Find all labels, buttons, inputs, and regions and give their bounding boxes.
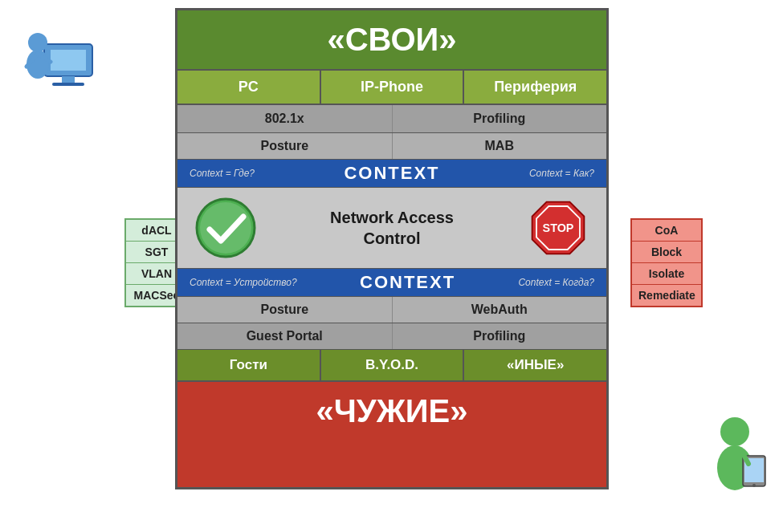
right-person-area — [699, 412, 771, 508]
svg-text:STOP: STOP — [543, 221, 574, 234]
device-row: PC IP-Phone Периферия — [177, 71, 606, 105]
svg-point-8 — [720, 417, 749, 446]
svg-rect-2 — [62, 76, 75, 83]
auth-8021x: 802.1x — [177, 105, 393, 132]
svg-point-12 — [752, 484, 756, 487]
posture-webauth-row: Posture WebAuth — [177, 297, 606, 323]
green-person-icon — [699, 412, 771, 508]
device-ipphone: IP-Phone — [321, 71, 465, 104]
left-person-area — [16, 16, 120, 104]
right-sidebar: CoA Block Isolate Remediate — [630, 218, 703, 307]
right-sidebar-remediate: Remediate — [632, 285, 701, 306]
guest-portal-row: Guest Portal Profiling — [177, 323, 606, 350]
bottom-footer-text: «ЧУЖИЕ» — [316, 393, 467, 428]
right-sidebar-coa: CoA — [632, 220, 701, 242]
posture-mab-row: Posture MAB — [177, 133, 606, 160]
nac-center-text: Network Access Control — [258, 207, 526, 249]
guest-portal-cell: Guest Portal — [177, 323, 393, 349]
blue-person-icon — [20, 20, 116, 100]
webauth-cell: WebAuth — [393, 297, 607, 323]
main-diagram: «СВОИ» PC IP-Phone Периферия 802.1x Prof… — [175, 8, 609, 489]
context-top-right-label: Context = Как? — [529, 168, 594, 179]
right-sidebar-isolate: Isolate — [632, 263, 701, 285]
context-bottom-right-label: Context = Когда? — [518, 277, 594, 288]
stop-sign-icon: STOP — [526, 196, 590, 260]
mab-cell: MAB — [393, 133, 607, 159]
check-circle-icon — [194, 196, 258, 260]
svg-rect-3 — [52, 83, 84, 86]
auth-profiling: Profiling — [393, 105, 607, 132]
main-container: dACL SGT VLAN MACSec CoA Block Isolate R… — [0, 0, 783, 532]
nac-line1: Network Access — [266, 207, 518, 228]
context-bottom-title: CONTEXT — [360, 272, 455, 293]
device-peripheria: Периферия — [464, 71, 606, 104]
inye-cell: «ИНЫЕ» — [464, 350, 606, 380]
context-top-left-label: Context = Где? — [190, 168, 255, 179]
context-bottom-row: Context = Устройство? CONTEXT Context = … — [177, 269, 606, 297]
context-bottom-left-label: Context = Устройство? — [190, 277, 297, 288]
device-pc: PC — [177, 71, 321, 104]
svg-point-4 — [28, 33, 47, 52]
top-header: «СВОИ» — [177, 10, 606, 71]
byod-cell: B.Y.O.D. — [321, 350, 465, 380]
middle-area: Network Access Control STOP — [177, 188, 606, 269]
posture-bottom-cell: Posture — [177, 297, 393, 323]
context-top-row: Context = Где? CONTEXT Context = Как? — [177, 160, 606, 188]
right-sidebar-block: Block — [632, 242, 701, 263]
top-header-text: «СВОИ» — [327, 22, 456, 57]
svg-rect-1 — [51, 50, 86, 71]
auth-row: 802.1x Profiling — [177, 105, 606, 133]
profiling-bottom-cell: Profiling — [393, 323, 607, 349]
gosti-cell: Гости — [177, 350, 321, 380]
nac-line2: Control — [266, 228, 518, 249]
context-top-title: CONTEXT — [344, 163, 439, 184]
guest-types-row: Гости B.Y.O.D. «ИНЫЕ» — [177, 350, 606, 382]
posture-cell: Posture — [177, 133, 393, 159]
bottom-footer: «ЧУЖИЕ» — [177, 382, 606, 487]
